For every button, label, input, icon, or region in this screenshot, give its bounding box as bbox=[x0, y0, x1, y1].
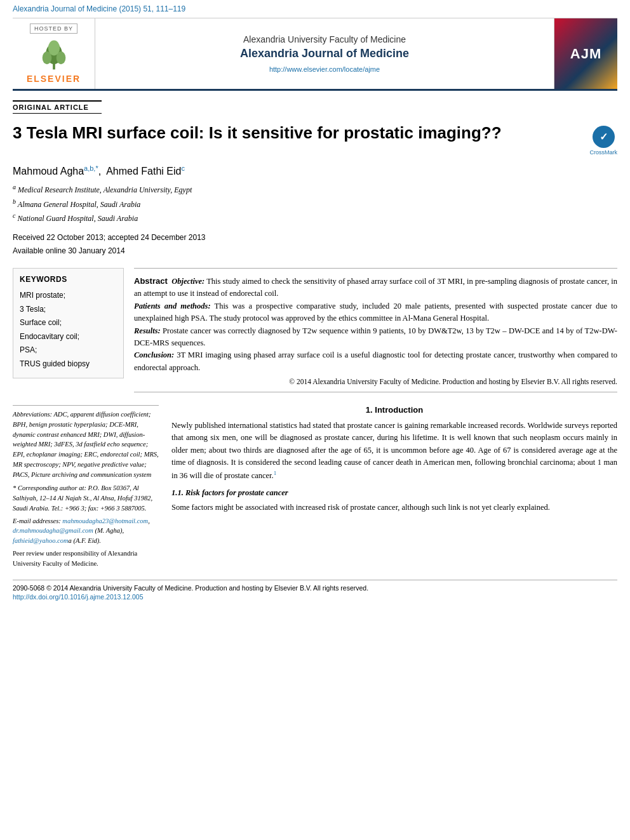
abstract-conclusion-text: 3T MRI imaging using phased array surfac… bbox=[134, 350, 617, 371]
elsevier-tree-icon bbox=[35, 37, 73, 72]
journal-link[interactable]: Alexandria Journal of Medicine (2015) 51… bbox=[13, 4, 185, 13]
corresponding-footnote: * Corresponding author at: P.O. Box 5036… bbox=[13, 483, 159, 513]
keywords-box: KEYWORDS MRI prostate; 3 Tesla; Surface … bbox=[13, 268, 124, 378]
keywords-abstract-row: KEYWORDS MRI prostate; 3 Tesla; Surface … bbox=[13, 268, 617, 392]
available-date: Available online 30 January 2014 bbox=[13, 244, 617, 258]
body-section: Abbreviations: ADC, apparent diffusion c… bbox=[0, 402, 630, 577]
intro-paragraph2: Some factors might be associated with in… bbox=[171, 502, 617, 514]
email1-link[interactable]: mahmoudagha23@hotmail.com bbox=[62, 517, 148, 524]
author2-name: Ahmed Fathi Eid bbox=[106, 166, 181, 177]
abstract-conclusion-label: Conclusion: bbox=[134, 350, 174, 359]
journal-header: HOSTED BY ELSEVIER Alexandria University… bbox=[13, 18, 617, 91]
ref1-sup: 1 bbox=[274, 470, 277, 476]
abstract-objective-label: Objective: bbox=[171, 277, 204, 286]
university-name: Alexandria University Faculty of Medicin… bbox=[243, 34, 406, 44]
body-right: 1. Introduction Newly published internat… bbox=[171, 405, 617, 570]
bottom-bar: 2090-5068 © 2014 Alexandria University F… bbox=[13, 580, 617, 603]
right-column: Abstract Objective: This study aimed to … bbox=[134, 268, 617, 392]
left-column: KEYWORDS MRI prostate; 3 Tesla; Surface … bbox=[13, 268, 124, 392]
title-row: 3 Tesla MRI surface coil: Is it sensitiv… bbox=[13, 123, 617, 156]
article-title: 3 Tesla MRI surface coil: Is it sensitiv… bbox=[13, 123, 502, 144]
doi-link[interactable]: http://dx.doi.org/10.1016/j.ajme.2013.12… bbox=[13, 593, 617, 601]
received-date: Received 22 October 2013; accepted 24 De… bbox=[13, 231, 617, 245]
bottom-copyright: 2090-5068 © 2014 Alexandria University F… bbox=[13, 584, 617, 592]
keyword-3: Surface coil; bbox=[20, 316, 117, 330]
keyword-6: TRUS guided biopsy bbox=[20, 357, 117, 371]
abstract-patients-label: Patients and methods: bbox=[134, 302, 211, 310]
abstract-results-text: Prostate cancer was correctly diagnosed … bbox=[134, 326, 617, 347]
email2-link[interactable]: dr.mahmoudagha@gmail.com bbox=[13, 527, 93, 534]
crossmark-icon: ✓ bbox=[593, 126, 615, 148]
keywords-title: KEYWORDS bbox=[20, 275, 117, 284]
affiliation-c: c National Guard Hospital, Saudi Arabia bbox=[13, 211, 617, 225]
body-two-col: Abbreviations: ADC, apparent diffusion c… bbox=[13, 405, 617, 570]
hosted-by-label: HOSTED BY bbox=[30, 23, 77, 34]
abstract-box: Abstract Objective: This study aimed to … bbox=[134, 268, 617, 392]
abbreviations-footnote: Abbreviations: ADC, apparent diffusion c… bbox=[13, 410, 159, 479]
author2-sup: c bbox=[181, 164, 185, 172]
svg-point-4 bbox=[48, 41, 59, 56]
author1-name: Mahmoud Agha bbox=[13, 166, 84, 177]
elsevier-logo: ELSEVIER bbox=[27, 37, 81, 84]
ajm-logo-icon: AJM bbox=[554, 18, 617, 89]
affiliation-b: b Almana General Hospital, Saudi Arabia bbox=[13, 197, 617, 211]
journal-title-center: Alexandria University Faculty of Medicin… bbox=[95, 18, 554, 89]
crossmark-label: CrossMark bbox=[589, 149, 617, 156]
body-left: Abbreviations: ADC, apparent diffusion c… bbox=[13, 405, 159, 570]
keyword-2: 3 Tesla; bbox=[20, 303, 117, 317]
keyword-4: Endocavitary coil; bbox=[20, 330, 117, 344]
abstract-results-label: Results: bbox=[134, 326, 161, 335]
email-footnote: E-mail addresses: mahmoudagha23@hotmail.… bbox=[13, 516, 159, 546]
peer-review-footnote: Peer review under responsibility of Alex… bbox=[13, 549, 159, 569]
affiliation-a: a Medical Research Institute, Alexandria… bbox=[13, 182, 617, 196]
email3-link[interactable]: fathieid@yahoo.com bbox=[13, 537, 69, 544]
affiliations: a Medical Research Institute, Alexandria… bbox=[13, 182, 617, 225]
intro-subsection-title: 1.1. Risk factors for prostate cancer bbox=[171, 488, 617, 498]
keyword-5: PSA; bbox=[20, 343, 117, 357]
authors-line: Mahmoud Aghaa,b,*, Ahmed Fathi Eidc bbox=[13, 164, 617, 177]
abstract-label: Abstract bbox=[134, 276, 168, 286]
elsevier-wordmark: ELSEVIER bbox=[27, 74, 81, 84]
dates: Received 22 October 2013; accepted 24 De… bbox=[13, 231, 617, 258]
intro-section-title: 1. Introduction bbox=[171, 405, 617, 415]
abstract-copyright: © 2014 Alexandria University Faculty of … bbox=[134, 378, 617, 385]
journal-name: Alexandria Journal of Medicine bbox=[240, 47, 409, 60]
abstract-text: Abstract Objective: This study aimed to … bbox=[134, 275, 617, 374]
crossmark-badge[interactable]: ✓ CrossMark bbox=[589, 126, 617, 156]
intro-paragraph1: Newly published international statistics… bbox=[171, 420, 617, 482]
hosted-by-box: HOSTED BY ELSEVIER bbox=[13, 18, 95, 89]
section-label: ORIGINAL ARTICLE bbox=[13, 100, 102, 114]
ajm-logo-box: AJM bbox=[554, 18, 617, 89]
top-bar: Alexandria Journal of Medicine (2015) 51… bbox=[0, 0, 630, 18]
abstract-objective-text: This study aimed to check the sensitivit… bbox=[134, 277, 617, 298]
article-content: ORIGINAL ARTICLE 3 Tesla MRI surface coi… bbox=[0, 91, 630, 392]
keyword-1: MRI prostate; bbox=[20, 289, 117, 303]
email-label: E-mail addresses: bbox=[13, 517, 61, 524]
journal-url: http://www.elsevier.com/locate/ajme bbox=[269, 65, 380, 73]
body-footnotes: Abbreviations: ADC, apparent diffusion c… bbox=[13, 405, 159, 568]
author1-sup: a,b,* bbox=[84, 164, 98, 172]
